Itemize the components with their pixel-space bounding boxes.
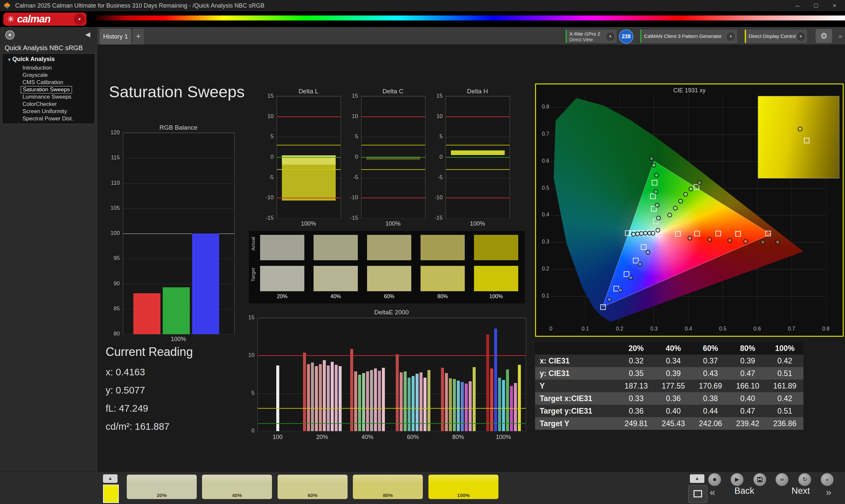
sidebar-item-saturation-sweeps[interactable]: Saturation Sweeps (21, 86, 72, 93)
y-tick-label: 15 (425, 93, 443, 99)
x-tick-label: 0.5 (715, 326, 731, 332)
sidebar-item-cms-calibration[interactable]: CMS Calibration (21, 79, 65, 86)
reference-line (446, 169, 510, 170)
skip-button[interactable]: » (821, 473, 834, 486)
pattern-button-label: 60% (278, 492, 348, 498)
sidebar-item-screen-uniformity[interactable]: Screen Uniformity (21, 108, 69, 115)
gridline (123, 183, 234, 184)
sidebar-record-button[interactable] (5, 30, 15, 40)
reference-line (277, 198, 341, 198)
sidebar-item-luminance-sweeps[interactable]: Luminance Sweeps (21, 93, 73, 101)
pattern-button-20[interactable]: 20% (127, 475, 197, 499)
y-tick-label: 10 (257, 113, 274, 120)
deltae-bar (339, 366, 341, 431)
pattern-button-100[interactable]: 100% (428, 475, 498, 499)
calman-logo-button[interactable]: ✳ calman ▼ (3, 13, 87, 26)
table-row-label: Y (535, 380, 618, 392)
reference-line (446, 116, 510, 117)
cie-measured-marker (697, 180, 702, 185)
deltae-bar (400, 372, 403, 431)
pattern-generator-dropdown[interactable]: CalMAN Client 3 Pattern Generator ▼ (640, 29, 738, 43)
add-tab-button[interactable]: + (133, 29, 144, 44)
calman-flower-icon: ✳ (7, 14, 15, 24)
cie-inset-target-marker (804, 138, 810, 143)
maximize-button[interactable]: □ (807, 0, 825, 11)
y-tick-label: -15 (341, 215, 358, 221)
next-button[interactable]: Next (792, 486, 810, 496)
meter-name: X-Rite i1Pro 2 (569, 31, 600, 37)
current-reading-line: cd/m²: 161.887 (106, 421, 169, 432)
target-swatch (367, 266, 411, 291)
cie-target-marker (641, 245, 647, 250)
table-row-label: Target Y (535, 417, 618, 430)
deltae-bar (303, 353, 306, 431)
table-cell: 0.44 (692, 405, 729, 417)
rgb-balance-plot: 80859095100105110115120 (123, 132, 235, 335)
display-control-dropdown-arrow-icon[interactable]: ▼ (796, 32, 806, 41)
deltae-bar (465, 384, 468, 431)
cie-measured-marker (727, 238, 732, 243)
logo-dropdown-icon[interactable]: ▼ (74, 14, 85, 25)
gridline (362, 96, 425, 97)
meter-dropdown[interactable]: X-Rite i1Pro 2 Direct View ▼ (565, 29, 617, 43)
transport-expand-button[interactable]: ▴ (690, 474, 704, 483)
tab-history-1[interactable]: History 1 (100, 29, 131, 44)
x-tick-label: 0.2 (611, 326, 628, 332)
pattern-button-80[interactable]: 80% (353, 475, 423, 499)
deltae-bar (382, 368, 385, 431)
table-cell: 0.40 (655, 405, 692, 417)
loop-button[interactable]: ∞ (775, 473, 789, 486)
refresh-button[interactable]: ↻ (798, 473, 811, 486)
table-cell: 0.43 (692, 367, 729, 380)
table-row: Target x:CIE310.330.360.380.400.42 (535, 392, 804, 405)
cie-measured-marker (651, 231, 655, 235)
deltae-bar (323, 360, 326, 431)
meter-dropdown-arrow-icon[interactable]: ▼ (605, 32, 615, 41)
next-chevrons-icon[interactable]: » (826, 487, 831, 498)
tree-expander-icon[interactable]: ▾ (8, 57, 11, 62)
back-chevrons-icon[interactable]: « (710, 487, 715, 498)
stop-button[interactable]: ■ (708, 473, 721, 486)
deltae-bar (335, 365, 338, 431)
pattern-window-button[interactable] (688, 485, 707, 503)
pattern-generator-dropdown-arrow-icon[interactable]: ▼ (726, 32, 736, 41)
save-button[interactable] (753, 473, 767, 486)
deltae-bar (494, 328, 497, 431)
cie-title: CIE 1931 xy (536, 87, 843, 94)
pattern-panel-expand-button[interactable]: ▴ (103, 474, 118, 483)
delta-bar (282, 165, 335, 200)
y-tick-label: 5 (240, 390, 254, 396)
y-tick-label: 5 (257, 133, 274, 140)
pattern-button-40[interactable]: 40% (202, 475, 272, 499)
y-tick-label: 95 (103, 255, 120, 262)
deltae-bar (416, 374, 419, 431)
sidebar-item-colorchecker[interactable]: ColorChecker (21, 101, 58, 108)
rgb-bar-green (163, 287, 190, 334)
gridline (446, 218, 510, 219)
gridline (277, 218, 341, 219)
deltae-bar (319, 364, 322, 431)
table-column-header: 20% (618, 342, 655, 355)
sidebar-collapse-icon[interactable]: ◀ (85, 30, 90, 38)
sidebar-item-spectral-power-dist-[interactable]: Spectral Power Dist. (21, 115, 75, 122)
y-tick-label: 0.8 (536, 104, 549, 110)
pattern-button-60[interactable]: 60% (278, 475, 348, 499)
minimize-button[interactable]: – (788, 0, 807, 11)
display-control-dropdown[interactable]: Direct Display Control ▼ (744, 29, 808, 43)
tree-root-quick-analysis[interactable]: ▾Quick Analysis (8, 56, 55, 63)
cie-target-marker (716, 231, 721, 236)
table-cell: 0.36 (618, 405, 655, 417)
y-tick-label: -5 (257, 174, 274, 181)
logo-row: ✳ calman ▼ (0, 11, 845, 27)
toolbar-overflow-button[interactable]: » (836, 29, 845, 43)
sidebar-item-grayscale[interactable]: Grayscale (21, 72, 50, 79)
back-button[interactable]: Back (735, 486, 754, 496)
x-tick-label: 0.6 (749, 326, 765, 332)
play-button[interactable]: ▶ (730, 473, 744, 486)
sidebar-item-introduction[interactable]: Introduction (21, 64, 53, 72)
close-button[interactable]: × (825, 0, 844, 11)
settings-gear-button[interactable]: ⚙ (816, 29, 832, 43)
swatch-compare-panel: ActualTarget20%40%60%80%100% (249, 231, 525, 304)
tree-items: IntroductionGrayscaleCMS CalibrationSatu… (21, 64, 75, 122)
reference-line (362, 198, 425, 198)
